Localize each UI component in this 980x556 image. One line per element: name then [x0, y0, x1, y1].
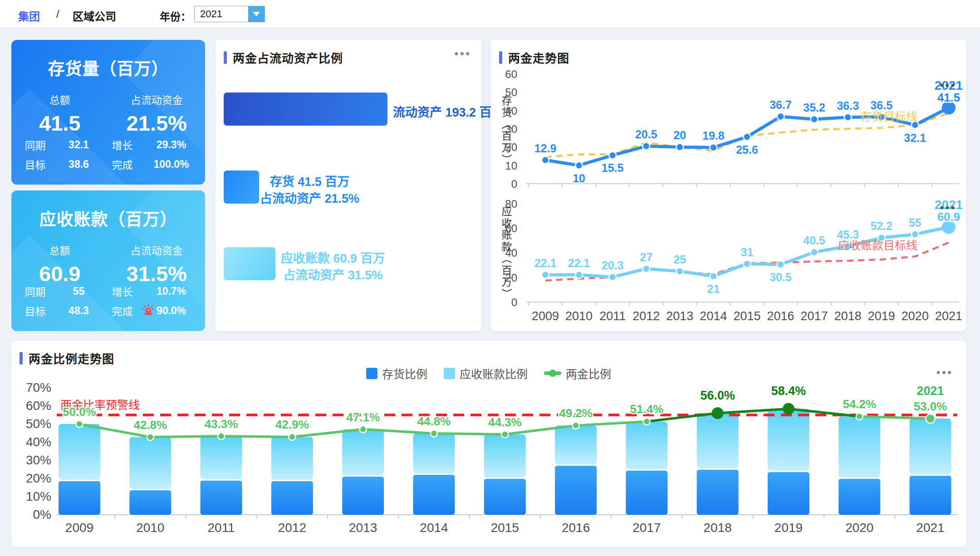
- receivables-trend-point[interactable]: [911, 231, 919, 238]
- total-ratio-point[interactable]: [501, 431, 508, 438]
- more-menu-icon[interactable]: [951, 206, 954, 209]
- inventory-trend-point[interactable]: [777, 113, 784, 120]
- inventory-ratio-segment[interactable]: [59, 481, 100, 515]
- more-menu-icon[interactable]: [951, 83, 954, 87]
- current-assets-bar[interactable]: [224, 93, 387, 126]
- total-ratio-point[interactable]: [926, 414, 935, 423]
- receivables-trend-point[interactable]: [642, 265, 650, 273]
- inventory-trend-point[interactable]: [609, 151, 616, 159]
- inventory-ratio-segment[interactable]: [129, 490, 171, 515]
- inventory-trend-point[interactable]: [710, 144, 717, 151]
- x-axis-year-label: 2017: [632, 521, 661, 535]
- legend-item-两金比例[interactable]: 两金比例: [544, 365, 611, 381]
- receivables-trend-point[interactable]: [743, 260, 750, 268]
- inventory-ratio-segment[interactable]: [484, 479, 526, 515]
- inventory-trend-point[interactable]: [844, 114, 852, 121]
- inventory-ratio-segment[interactable]: [697, 470, 739, 515]
- receivables-trend-target-label: 应收账款目标线: [838, 239, 917, 252]
- total-ratio-point[interactable]: [573, 422, 579, 429]
- stacked-bar-2010[interactable]: [129, 437, 171, 515]
- year-select-dropdown-button[interactable]: [248, 6, 265, 22]
- legend-item-存货比例[interactable]: 存货比例: [366, 365, 427, 381]
- inventory-done-value: 100.0%: [142, 158, 201, 171]
- inventory-trend-point[interactable]: [542, 156, 549, 164]
- stacked-bar-2015[interactable]: [484, 434, 526, 515]
- stacked-bar-2012[interactable]: [271, 437, 313, 515]
- inventory-trend-target-label: 存货目标线: [861, 110, 917, 123]
- receivables-trend-point[interactable]: [777, 261, 784, 268]
- stacked-bar-2020[interactable]: [838, 416, 880, 515]
- receivables-ratio-segment[interactable]: [59, 424, 100, 480]
- inventory-trend-point[interactable]: [642, 142, 650, 150]
- inventory-trend-point[interactable]: [811, 116, 818, 123]
- receivables-ratio-segment[interactable]: [129, 437, 171, 489]
- receivables-ratio-segment[interactable]: [201, 436, 242, 479]
- total-ratio-point[interactable]: [431, 430, 437, 437]
- legend-label: 应收账款比例: [460, 365, 528, 381]
- receivables-ratio-segment[interactable]: [342, 429, 384, 475]
- inventory-ratio-segment[interactable]: [626, 471, 667, 515]
- total-ratio-point[interactable]: [643, 418, 650, 425]
- total-ratio-point[interactable]: [289, 434, 295, 440]
- receivables-trend-point[interactable]: [710, 273, 717, 280]
- inventory-ratio-segment[interactable]: [910, 476, 951, 515]
- receivables-trend-point[interactable]: [676, 268, 683, 275]
- stacked-bar-2016[interactable]: [555, 425, 597, 515]
- stacked-bar-2014[interactable]: [413, 434, 455, 515]
- total-ratio-point-label: 53.0%: [914, 400, 947, 413]
- inventory-bar[interactable]: [224, 171, 259, 204]
- more-menu-icon[interactable]: [946, 206, 949, 209]
- stacked-bar-2021[interactable]: [910, 419, 951, 515]
- stacked-bar-2011[interactable]: [201, 436, 242, 515]
- receivables-ratio-segment[interactable]: [838, 416, 880, 478]
- inventory-bar-label-line2: 占流动资产 21.5%: [260, 190, 359, 207]
- receivables-trend-point[interactable]: [575, 271, 583, 278]
- inventory-trend-point[interactable]: [743, 133, 750, 141]
- inventory-ratio-segment[interactable]: [271, 481, 313, 515]
- receivables-ratio-segment[interactable]: [626, 421, 667, 469]
- inventory-trend-point[interactable]: [575, 162, 583, 169]
- legend-item-应收账款比例[interactable]: 应收账款比例: [444, 365, 528, 381]
- receivables-ratio-segment[interactable]: [555, 425, 597, 464]
- receivables-card-title: 应收账款（百万）: [11, 190, 205, 230]
- inventory-ratio-segment[interactable]: [555, 466, 597, 515]
- stacked-bar-2019[interactable]: [768, 409, 809, 515]
- dashboard-page: 集团 / 区域公司 年份： 2021 存货量（百万） 总额 41.5 占流动资金…: [0, 0, 980, 556]
- total-ratio-point[interactable]: [147, 434, 154, 440]
- total-ratio-point[interactable]: [783, 403, 794, 415]
- total-ratio-point[interactable]: [712, 407, 724, 419]
- total-ratio-point[interactable]: [856, 413, 863, 420]
- x-axis-year-label: 2013: [349, 521, 377, 535]
- receivables-ratio-segment[interactable]: [271, 437, 313, 480]
- receivables-trend-point[interactable]: [811, 249, 818, 256]
- breadcrumb-group-link[interactable]: 集团: [18, 8, 40, 24]
- receivables-ratio-segment[interactable]: [484, 434, 526, 478]
- receivables-bar[interactable]: [224, 247, 275, 280]
- stacked-bar-2009[interactable]: [59, 424, 100, 515]
- more-menu-icon[interactable]: [946, 83, 949, 87]
- receivables-ratio-segment[interactable]: [697, 413, 739, 468]
- inventory-trend-point[interactable]: [676, 143, 683, 151]
- more-menu-icon[interactable]: [940, 206, 943, 209]
- total-ratio-point[interactable]: [218, 433, 225, 439]
- receivables-trend-point[interactable]: [609, 273, 616, 281]
- receivables-ratio-segment[interactable]: [910, 419, 951, 474]
- total-ratio-point[interactable]: [360, 426, 367, 433]
- receivables-trend-point[interactable]: [542, 271, 549, 278]
- stacked-bar-2018[interactable]: [697, 413, 739, 515]
- inventory-ratio-segment[interactable]: [838, 479, 880, 515]
- more-menu-icon[interactable]: [940, 83, 943, 87]
- year-select[interactable]: 2021: [194, 6, 265, 22]
- stacked-bar-2017[interactable]: [626, 421, 667, 515]
- total-ratio-point[interactable]: [76, 421, 83, 428]
- inventory-ratio-segment[interactable]: [342, 477, 384, 515]
- inventory-ratio-segment[interactable]: [413, 475, 455, 515]
- receivables-ratio-segment[interactable]: [768, 409, 809, 471]
- receivables-ratio-segment[interactable]: [413, 434, 455, 473]
- y-tick-label: 30%: [26, 453, 51, 467]
- stacked-bar-2013[interactable]: [342, 429, 384, 515]
- chart-legend: 存货比例应收账款比例两金比例: [11, 365, 966, 381]
- inventory-ratio-segment[interactable]: [201, 481, 242, 515]
- more-menu-icon[interactable]: •••: [455, 47, 471, 60]
- inventory-ratio-segment[interactable]: [768, 472, 809, 515]
